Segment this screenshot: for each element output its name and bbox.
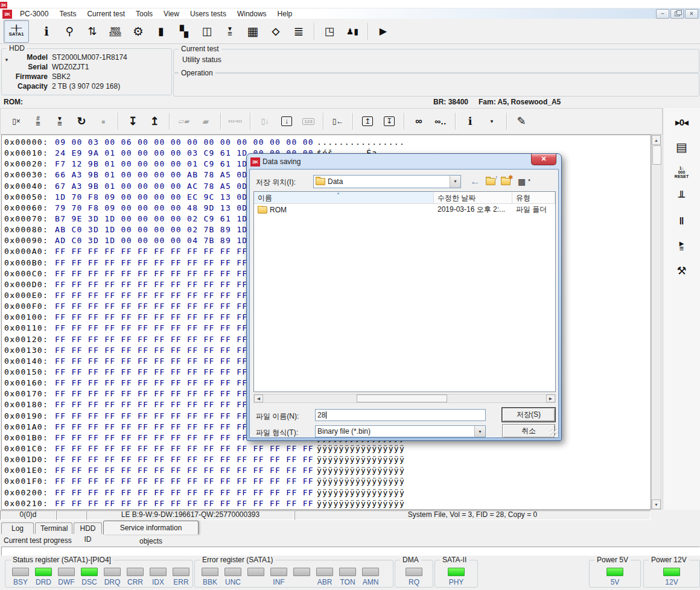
restore-icon[interactable] — [670, 9, 684, 19]
write-block-icon[interactable]: ↓ — [278, 112, 296, 130]
save-button[interactable]: 저장(S) — [502, 408, 555, 422]
cancel-button[interactable]: 취소 — [502, 424, 555, 438]
menu-users-tests[interactable]: Users tests — [185, 10, 232, 18]
report-list-icon[interactable]: ≣ — [289, 22, 308, 41]
menu-windows[interactable]: Windows — [232, 10, 272, 18]
led-indicator — [173, 568, 189, 576]
file-list-horizontal-scrollbar[interactable]: ◀ ▶ — [253, 394, 556, 403]
menu-pc-3000[interactable]: PC-3000 — [14, 10, 54, 18]
scroll-left-icon[interactable]: ◀ — [254, 395, 263, 402]
tab-hdd-id[interactable]: HDD ID — [74, 522, 102, 534]
hex-bytes: FF FF FF FF FF FF FF FF FF FF FF FF FF F… — [55, 465, 317, 476]
script-info-icon[interactable]: ℹ — [461, 112, 479, 130]
file-list[interactable]: 이름▲수정한 날짜유형 ROM2019-03-16 오후 2:...파일 폴더 — [253, 191, 556, 392]
script-dropdown-icon[interactable]: ▼ — [483, 112, 501, 130]
goto-address-icon[interactable]: # ≣ — [29, 112, 47, 130]
user-tests-icon[interactable]: ♟▮ — [343, 22, 362, 41]
chip-icon[interactable]: ▮ — [151, 22, 171, 41]
object-up-icon[interactable]: ↥ — [358, 112, 377, 130]
save-to-file-icon[interactable]: ↧ — [124, 112, 142, 130]
start-utility-icon[interactable]: ▶ ≣ — [679, 239, 684, 253]
hex-address: 0x00050: — [2, 192, 55, 203]
hex-row: 0x00000:09 00 03 00 06 00 00 00 00 00 00… — [2, 137, 651, 148]
led-indicator — [12, 568, 29, 576]
object-down-icon[interactable]: ↧ — [380, 112, 398, 130]
led-phy: PHY — [445, 568, 468, 586]
new-folder-icon[interactable]: ✱ — [500, 175, 514, 188]
tab-terminal[interactable]: Terminal — [35, 522, 72, 534]
operation-legend: Operation — [179, 69, 215, 77]
scrollbar-thumb[interactable] — [652, 145, 661, 165]
database-icon[interactable]: ◫ — [197, 22, 217, 41]
up-folder-icon[interactable]: ↑ — [485, 175, 498, 188]
send-block-icon[interactable]: ▯↓ — [256, 112, 274, 130]
dialog-titlebar[interactable]: 3K Data saving ✕ — [249, 154, 559, 169]
read-from-file-icon[interactable]: ↥ — [145, 112, 164, 130]
grid-table-icon[interactable]: ▦ — [243, 22, 262, 41]
blocks-icon[interactable]: ▚ — [174, 22, 194, 41]
scroll-up-icon[interactable]: ▲ — [652, 135, 661, 145]
baud-rate-icon[interactable]: 9600 57600 — [106, 22, 125, 41]
menu-view[interactable]: View — [158, 10, 185, 18]
close-view-icon[interactable]: ▯× — [7, 112, 25, 130]
resources-lamp-icon[interactable]: ⚲ — [60, 22, 79, 41]
tools-setup-icon[interactable]: ⚒ — [676, 264, 686, 278]
flowchart-icon[interactable]: ◇ — [266, 22, 285, 41]
file-type-combobox[interactable]: Binary file (*.bin) ▼ — [315, 425, 486, 437]
back-icon[interactable]: ← — [468, 175, 482, 188]
reset-counter-icon[interactable]: 1↓ 000 RESET — [675, 165, 689, 179]
seek-zero-icon[interactable]: ▸0◂ — [675, 115, 687, 130]
dialog-close-button[interactable]: ✕ — [531, 154, 556, 165]
led-amn: AMN — [359, 568, 382, 586]
stop-icon[interactable]: ■ — [94, 112, 112, 130]
menu-help[interactable]: Help — [272, 10, 298, 18]
edit-notes-icon[interactable]: ✎ — [512, 112, 530, 130]
offset-select-icon[interactable]: ▼ ≣ — [51, 112, 69, 130]
column-header-0[interactable]: 이름▲ — [254, 192, 434, 203]
chevron-down-icon[interactable]: ▼ — [450, 176, 460, 188]
minimize-icon[interactable]: – — [656, 9, 669, 19]
refresh-icon[interactable]: ↻ — [72, 112, 91, 130]
write-levels-icon[interactable]: ▼ ≣ — [220, 22, 240, 41]
window-buttons: –× — [656, 9, 700, 19]
utility-settings-icon[interactable]: ⚙ — [129, 22, 148, 41]
run-icon[interactable]: ▶ — [374, 22, 393, 41]
view-123-icon[interactable]: 123 — [299, 112, 317, 130]
pcb-test-icon[interactable]: ▤ — [676, 140, 687, 154]
drive-info-icon[interactable]: ℹ — [37, 22, 56, 41]
file-name-input[interactable]: 28 — [315, 409, 486, 421]
compare-icon[interactable]: 011=011 — [226, 112, 244, 130]
pause-icon[interactable]: ‖ — [679, 214, 684, 229]
led-indicator — [362, 568, 379, 576]
column-header-2[interactable]: 유형 — [512, 192, 555, 203]
hex-vertical-scrollbar[interactable]: ▲ ▼ — [651, 135, 661, 510]
chevron-down-icon[interactable]: ▼ — [474, 426, 485, 437]
scroll-right-icon[interactable]: ▶ — [546, 395, 555, 402]
find-next-icon[interactable]: ∞‥ — [431, 112, 450, 130]
file-row[interactable]: ROM2019-03-16 오후 2:...파일 폴더 — [254, 204, 555, 215]
power-switch-icon[interactable]: ╨ — [678, 189, 685, 204]
tab-service-information-objects[interactable]: Service information objects — [103, 521, 199, 534]
view-menu-icon[interactable]: ▦▼ — [515, 175, 529, 188]
save-location-combobox[interactable]: Data ▼ — [313, 175, 461, 188]
led-indicator — [270, 568, 287, 576]
current-test-panel: Current test Utility status — [173, 49, 699, 73]
close-icon[interactable]: × — [685, 9, 698, 19]
column-header-1[interactable]: 수정한 날짜 — [434, 192, 512, 203]
find-icon[interactable]: ∞ — [410, 112, 428, 130]
menu-current-test[interactable]: Current test — [81, 10, 130, 18]
export-doc-icon[interactable]: ▯← — [329, 112, 347, 130]
menu-tools[interactable]: Tools — [130, 10, 158, 18]
tab-log[interactable]: Log — [1, 522, 34, 534]
scroll-down-icon[interactable]: ▼ — [652, 500, 661, 509]
hscrollbar-thumb[interactable] — [357, 395, 447, 402]
led-indicator — [127, 568, 144, 576]
copy-icon[interactable]: ▱▰ — [175, 112, 193, 130]
menu-tests[interactable]: Tests — [54, 10, 81, 18]
sata1-port-button[interactable]: ─╂─ SATA1 — [4, 20, 29, 43]
resize-grip[interactable] — [550, 429, 558, 437]
windows-cascade-icon[interactable]: ◳ — [320, 22, 339, 41]
hdd-selector-dropdown-icon[interactable]: ▼ — [4, 57, 9, 63]
fill-icon[interactable]: ▰ — [197, 112, 215, 130]
port-connect-icon[interactable]: ⇅ — [83, 22, 102, 41]
